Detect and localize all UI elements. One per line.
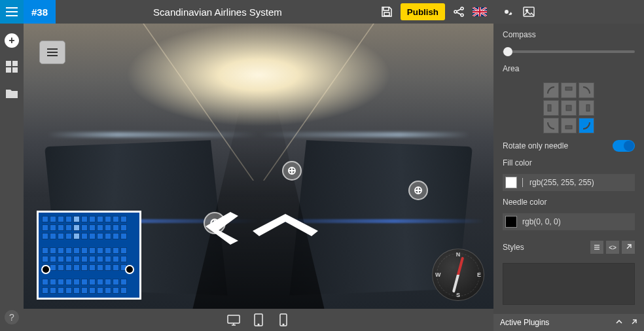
tab-image[interactable]: [522, 5, 535, 18]
add-button[interactable]: +: [3, 31, 21, 50]
chevron-up-icon: [615, 319, 623, 325]
area-section-label: Area: [503, 64, 635, 73]
area-mid-left[interactable]: [543, 100, 559, 116]
area-bottom-left[interactable]: [543, 118, 559, 133]
fill-color-text: rgb(255, 255, 255): [529, 178, 632, 187]
compass-widget[interactable]: N S E W: [432, 249, 484, 301]
compass-slider-thumb[interactable]: [503, 47, 512, 56]
right-panel-tabs: [493, 0, 644, 24]
project-title[interactable]: Scandinavian Airlines System: [56, 7, 380, 18]
styles-editor[interactable]: [503, 263, 635, 305]
help-button[interactable]: ?: [5, 310, 19, 324]
uk-flag-icon: [473, 7, 487, 16]
main-menu-button[interactable]: [0, 0, 24, 24]
svg-line-10: [457, 9, 461, 11]
viewport-menu-button[interactable]: [39, 41, 65, 64]
needle-color-input[interactable]: rgb(0, 0, 0): [503, 213, 635, 230]
svg-point-9: [461, 14, 463, 16]
folder-button[interactable]: [3, 84, 21, 102]
area-mid-right[interactable]: [579, 100, 594, 116]
expand-icon: [630, 319, 637, 326]
needle-color-swatch[interactable]: [505, 216, 517, 228]
compass-w-label: W: [435, 271, 441, 278]
svg-rect-40: [565, 87, 572, 90]
svg-line-11: [457, 12, 461, 14]
rotate-needle-label: Rotate only needle: [503, 141, 568, 150]
active-plugins-label: Active Plugins: [500, 318, 549, 327]
device-bar: [24, 309, 493, 331]
compass-section-label: Compass: [503, 30, 635, 39]
svg-rect-4: [12, 61, 18, 66]
hotspot-nav-2[interactable]: [204, 212, 226, 234]
expand-icon: [624, 243, 632, 251]
svg-rect-41: [548, 105, 551, 111]
language-flag-button[interactable]: [473, 7, 487, 16]
fill-color-input[interactable]: rgb(255, 255, 255): [503, 174, 635, 191]
gear-icon: [501, 6, 512, 18]
area-top-center[interactable]: [561, 82, 577, 98]
needle-color-label: Needle color: [503, 198, 635, 207]
seat-map-overlay[interactable]: [37, 211, 141, 300]
svg-rect-5: [6, 67, 11, 73]
svg-rect-44: [565, 126, 572, 129]
styles-list-button[interactable]: [590, 241, 603, 254]
svg-rect-38: [524, 7, 534, 16]
svg-rect-43: [586, 105, 590, 111]
styles-code-button[interactable]: <>: [606, 241, 619, 254]
area-top-right[interactable]: [579, 82, 594, 98]
panorama-viewport[interactable]: N S E W: [24, 24, 493, 309]
device-phone-button[interactable]: [276, 313, 291, 327]
fill-color-swatch[interactable]: [505, 177, 517, 188]
svg-point-7: [461, 7, 463, 10]
image-icon: [523, 7, 535, 17]
plugins-expand-button[interactable]: [630, 319, 637, 326]
save-button[interactable]: [380, 3, 394, 20]
svg-rect-3: [6, 61, 11, 66]
styles-label: Styles: [503, 243, 524, 252]
save-icon: [381, 6, 393, 18]
compass-slider[interactable]: [503, 46, 635, 58]
device-desktop-button[interactable]: [226, 313, 241, 327]
hotspot-nav-1[interactable]: [282, 161, 302, 181]
topbar: #38 Scandinavian Airlines System Publish: [24, 0, 493, 24]
hotspot-nav-3[interactable]: [408, 181, 428, 200]
svg-rect-16: [473, 11, 487, 12]
svg-point-37: [283, 324, 284, 325]
svg-point-35: [258, 324, 259, 325]
publish-button[interactable]: Publish: [401, 3, 445, 20]
svg-rect-42: [566, 105, 571, 111]
layouts-button[interactable]: [3, 58, 21, 76]
fill-color-label: Fill color: [503, 158, 635, 167]
plus-icon: +: [5, 33, 19, 48]
area-bottom-right[interactable]: [579, 118, 594, 133]
rotate-needle-toggle[interactable]: [613, 140, 635, 152]
list-icon: [593, 243, 601, 251]
styles-expand-button[interactable]: [622, 241, 635, 254]
right-panel: Compass Area Rotate only needle: [493, 0, 644, 331]
share-button[interactable]: [452, 3, 466, 20]
area-position-grid: [543, 82, 594, 133]
compass-n-label: N: [456, 251, 461, 258]
needle-color-text: rgb(0, 0, 0): [522, 217, 632, 226]
area-top-left[interactable]: [543, 82, 559, 98]
area-bottom-center[interactable]: [561, 118, 577, 133]
tab-settings[interactable]: [500, 5, 513, 18]
share-icon: [453, 6, 465, 18]
seat-map-marker-1[interactable]: [41, 265, 50, 274]
svg-rect-6: [12, 67, 18, 73]
project-id-badge: #38: [24, 0, 56, 24]
area-mid-center[interactable]: [561, 100, 577, 116]
compass-e-label: E: [477, 271, 481, 278]
device-tablet-button[interactable]: [251, 313, 266, 327]
seat-map-marker-2[interactable]: [125, 265, 134, 274]
compass-s-label: S: [456, 292, 460, 298]
active-plugins-row[interactable]: Active Plugins: [493, 314, 644, 331]
plugins-collapse-button[interactable]: [615, 319, 623, 326]
left-rail: + ?: [0, 0, 24, 331]
svg-rect-31: [228, 315, 240, 323]
svg-point-8: [454, 10, 457, 13]
